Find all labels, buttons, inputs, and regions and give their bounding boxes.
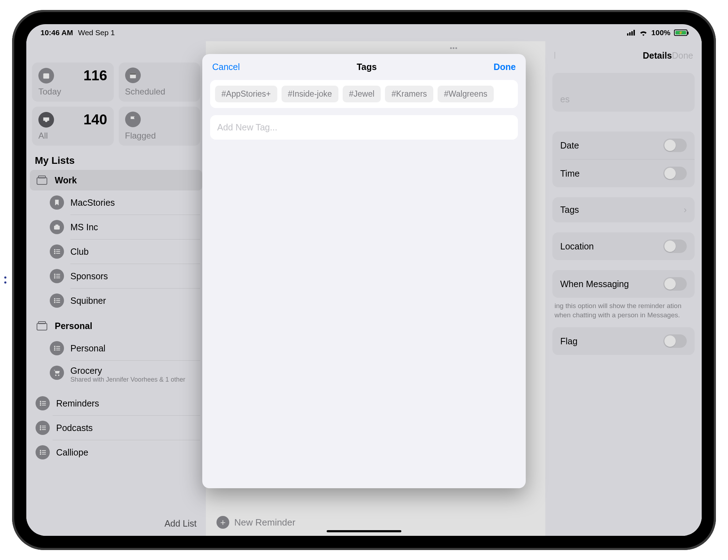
svg-point-19 [54, 275, 55, 277]
toggle-switch[interactable] [663, 334, 687, 348]
details-row-date[interactable]: Date [552, 131, 695, 159]
tag-chip[interactable]: #Walgreens [438, 86, 494, 102]
today-label: Today [38, 87, 107, 97]
svg-rect-28 [56, 302, 60, 303]
svg-point-13 [54, 251, 55, 252]
briefcase-icon [50, 220, 64, 234]
svg-rect-36 [56, 350, 60, 350]
svg-rect-7 [37, 178, 47, 184]
folder-work[interactable]: Work [30, 170, 202, 190]
toggle-switch[interactable] [663, 167, 687, 180]
svg-rect-32 [56, 346, 60, 347]
multitask-dots-icon[interactable]: ••• [450, 45, 458, 52]
chevron-right-icon: › [684, 204, 687, 215]
new-reminder-button[interactable]: + New Reminder [216, 516, 295, 529]
modal-cancel-button[interactable]: Cancel [212, 62, 240, 72]
home-indicator[interactable] [327, 530, 401, 532]
cellular-icon [627, 30, 636, 36]
details-row-messaging[interactable]: When Messaging [552, 270, 695, 298]
toggle-switch[interactable] [663, 277, 687, 291]
modal-done-button[interactable]: Done [493, 62, 516, 72]
folder-work-label: Work [55, 175, 77, 185]
details-messaging-note: ing this option will show the reminder a… [552, 301, 695, 319]
svg-point-17 [54, 274, 55, 275]
svg-point-43 [40, 404, 41, 406]
list-calliope[interactable]: Calliope [32, 440, 200, 464]
list-bullet-icon [50, 294, 64, 308]
svg-rect-14 [56, 251, 60, 252]
tag-chip[interactable]: #AppStories+ [215, 86, 277, 102]
scheduled-label: Scheduled [125, 87, 194, 97]
add-new-tag-input[interactable]: Add New Tag... [210, 115, 518, 140]
tag-chip[interactable]: #Jewel [343, 86, 381, 102]
smart-list-scheduled[interactable]: Scheduled [119, 63, 200, 102]
details-title: Details [643, 50, 672, 61]
svg-point-25 [54, 300, 55, 301]
svg-rect-18 [56, 274, 60, 275]
svg-rect-8 [38, 176, 46, 178]
today-count: 116 [84, 68, 107, 84]
svg-point-49 [40, 429, 41, 430]
list-grocery[interactable]: Grocery Shared with Jennifer Voorhees & … [46, 361, 200, 388]
details-panel: l Details Done es Date Time [545, 41, 702, 536]
all-count: 140 [84, 112, 107, 128]
list-club[interactable]: Club [46, 239, 200, 264]
svg-point-53 [40, 452, 41, 453]
svg-rect-4 [43, 73, 49, 79]
list-bullet-icon [50, 269, 64, 283]
modal-title: Tags [357, 62, 377, 72]
svg-rect-2 [631, 31, 633, 36]
details-field-stub[interactable]: es [552, 73, 695, 112]
tag-list: #AppStories+ #Inside-joke #Jewel #Kramer… [210, 80, 518, 108]
folder-personal[interactable]: Personal [32, 316, 200, 336]
list-macstories[interactable]: MacStories [46, 190, 200, 215]
list-bullet-icon [36, 396, 50, 410]
svg-rect-52 [42, 450, 46, 451]
svg-rect-22 [56, 278, 60, 278]
list-sponsors[interactable]: Sponsors [46, 264, 200, 288]
wifi-icon [639, 29, 648, 36]
toggle-switch[interactable] [663, 139, 687, 152]
details-row-location[interactable]: Location [552, 232, 695, 260]
list-bullet-icon [36, 445, 50, 459]
svg-rect-46 [42, 426, 46, 426]
status-time: 10:46 AM [41, 28, 73, 37]
svg-rect-26 [56, 300, 60, 301]
svg-rect-54 [42, 452, 46, 453]
list-reminders[interactable]: Reminders [32, 391, 200, 415]
svg-rect-40 [42, 401, 46, 402]
details-done-button[interactable]: Done [672, 50, 693, 61]
flag-icon [125, 112, 141, 127]
list-personal[interactable]: Personal [46, 336, 200, 360]
tag-chip[interactable]: #Inside-joke [282, 86, 338, 102]
svg-point-35 [54, 349, 55, 351]
battery-icon: ⚡ [674, 29, 687, 36]
tag-chip[interactable]: #Kramers [385, 86, 433, 102]
flagged-label: Flagged [125, 131, 194, 141]
svg-rect-29 [37, 323, 47, 330]
calendar-icon [38, 68, 54, 84]
svg-rect-12 [56, 249, 60, 250]
tray-icon [38, 112, 54, 128]
folder-icon [36, 175, 48, 185]
details-row-tags[interactable]: Tags › [552, 197, 695, 222]
add-list-button[interactable]: Add List [154, 518, 197, 529]
smart-list-all[interactable]: 140 All [32, 107, 114, 146]
details-row-time[interactable]: Time [552, 160, 695, 187]
list-podcasts[interactable]: Podcasts [32, 416, 200, 440]
details-row-flag[interactable]: Flag [552, 327, 695, 355]
svg-rect-42 [42, 403, 46, 404]
smart-list-flagged[interactable]: Flagged [119, 107, 200, 146]
svg-point-23 [54, 298, 55, 300]
svg-point-45 [40, 425, 41, 427]
svg-point-38 [58, 375, 59, 376]
list-squibner[interactable]: Squibner [46, 289, 200, 313]
svg-rect-6 [130, 73, 136, 75]
list-msinc[interactable]: MS Inc [46, 215, 200, 239]
toggle-switch[interactable] [663, 239, 687, 253]
svg-rect-48 [42, 427, 46, 428]
add-tag-placeholder: Add New Tag... [217, 122, 277, 132]
smart-list-today[interactable]: 116 Today [32, 63, 114, 102]
svg-point-47 [40, 427, 41, 429]
svg-rect-3 [633, 30, 635, 36]
